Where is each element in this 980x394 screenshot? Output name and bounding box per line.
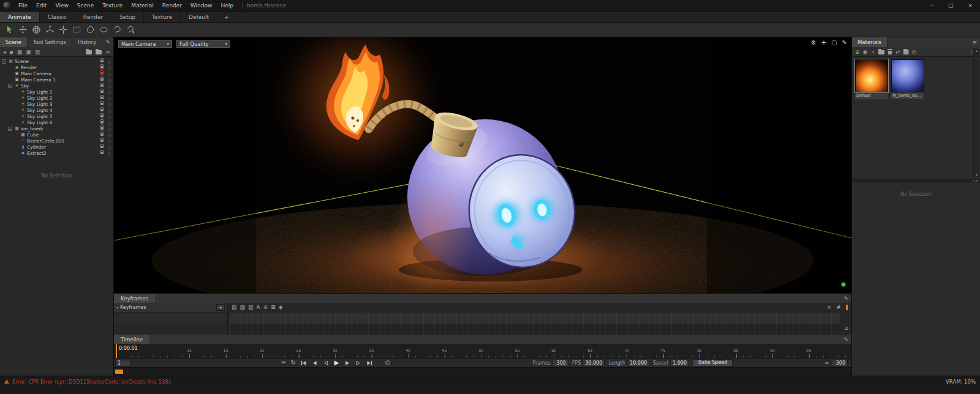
workspace-tab-animate[interactable]: Animate [0,12,40,22]
lock-icon[interactable] [100,127,104,130]
scale-tool-icon[interactable] [43,24,56,36]
quality-select[interactable]: Full Quality ▾ [176,40,230,48]
add-workspace-button[interactable]: + [217,12,236,22]
skip-start-button[interactable] [300,360,307,366]
pick-lasso-icon[interactable] [124,24,137,36]
play-reverse-button[interactable] [322,360,329,366]
tree-row-render[interactable]: ◉Render○ [0,64,113,70]
visibility-icon[interactable]: ○ [108,108,111,113]
home-icon[interactable]: ⌂ [845,325,848,331]
tree-row-cube[interactable]: ■Cube○ [0,132,113,138]
frame-icon[interactable]: ▢ [831,39,837,46]
menu-file[interactable]: File [14,0,32,11]
bake-speed-button[interactable]: Bake Speed [693,359,733,366]
gear-icon[interactable]: ⚙ [811,39,816,46]
visibility-icon[interactable]: ○ [108,133,111,137]
tree-row-sky-light-2[interactable]: ☀Sky Light 2○ [0,95,113,101]
play-button[interactable] [333,360,340,366]
lock-icon[interactable] [100,91,104,93]
tree-row-sky-light-5[interactable]: ☀Sky Light 5○ [0,113,113,119]
tree-row-sky-light-6[interactable]: ☀Sky Light 6○ [0,119,113,125]
skip-end-button[interactable] [366,360,373,366]
keyframes-group-row[interactable]: ▾ Keyframes ▾ [114,303,227,313]
workspace-tab-render[interactable]: Render [75,12,111,22]
scroll-thumb[interactable] [115,370,123,374]
menu-render[interactable]: Render [158,0,186,11]
tree-row-sky-light-1[interactable]: ☀Sky Light 1○ [0,89,113,95]
move-tool-icon[interactable] [17,24,29,36]
panel-edit-icon[interactable]: ✎ [840,336,851,343]
end-frame-input[interactable]: 300 [832,360,848,366]
rotate-tool-icon[interactable] [30,24,42,36]
add-material-icon[interactable]: ⊕ [855,49,860,55]
step-forward-button[interactable] [344,360,351,366]
tab-history[interactable]: History [72,37,102,47]
lock-icon[interactable] [100,115,104,117]
expander-icon[interactable]: − [2,59,6,64]
tree-row-main-camera-1[interactable]: ▣Main Camera 1○ [0,76,113,83]
visibility-icon[interactable]: ○ [108,127,111,131]
lock-icon[interactable] [100,60,104,62]
tab-tool-settings[interactable]: Tool Settings [28,37,72,47]
marquee-select-icon[interactable] [70,24,83,36]
material-thumbnail[interactable] [855,59,888,92]
visibility-icon[interactable]: ○ [108,78,111,82]
tab-scene[interactable]: Scene [0,37,28,47]
fps-input[interactable]: 30.000 [582,360,605,366]
lock-icon[interactable] [100,139,104,142]
current-frame-input[interactable]: 1 [115,360,131,366]
lock-icon[interactable] [100,121,104,124]
lock-icon[interactable] [100,109,104,111]
pin-icon[interactable]: ▪ [10,49,13,55]
chevron-down-icon[interactable]: ▾ [976,179,978,182]
material-thumbnail[interactable] [891,59,924,92]
list-view-icon[interactable]: ≡ [105,49,110,55]
record-icon[interactable] [385,360,390,365]
visibility-icon[interactable]: ○ [108,114,111,119]
panel-edit-icon[interactable]: ✎ [102,37,113,47]
ellipse-select-icon[interactable] [97,24,110,36]
collapse-icon[interactable]: ▾ [116,305,118,310]
viewport[interactable]: Main Camera ▾ Full Quality ▾ ⚙ + ▢ ✎ [114,37,851,293]
materials-divider[interactable]: ▾ ▾ [852,179,980,182]
tree-row-beziercircle-001[interactable]: ◠BezierCircle.001○ [0,138,113,144]
folder-icon[interactable] [878,50,884,54]
bake-keys-icon[interactable]: ◈ [279,304,283,310]
rows-icon[interactable]: ▥ [35,49,40,55]
panel-menu-icon[interactable]: ≡ [969,37,980,47]
timeline-title[interactable]: Timeline [114,335,149,344]
materials-scrollbar[interactable]: ▴ ▾ [973,48,979,177]
target-keys-icon[interactable]: ⊙ [263,304,268,310]
chevron-down-icon[interactable]: ▾ [973,179,975,182]
lock-icon[interactable] [100,146,104,148]
expander-icon[interactable]: − [8,127,12,131]
lock-icon[interactable] [100,133,104,136]
tree-row-scene[interactable]: −▤Scene○ [0,58,113,64]
close-button[interactable]: × [968,2,973,9]
visibility-icon[interactable]: ○ [108,121,111,125]
tree-row-cylinder[interactable]: ▮Cylinder○ [0,144,113,150]
clear-keys-icon[interactable]: × [827,304,832,310]
save-icon[interactable] [903,49,909,54]
lasso-select-icon[interactable] [111,24,123,36]
menu-material[interactable]: Material [127,0,158,11]
workspace-tab-texture[interactable]: Texture [144,12,181,22]
keyframe-track-area[interactable] [230,313,840,324]
material-item-default[interactable]: Default [855,59,888,99]
visibility-icon[interactable]: ○ [108,151,111,155]
visibility-icon[interactable]: ○ [108,139,111,143]
loop-icon[interactable]: ↻ [290,360,295,366]
menu-view[interactable]: View [51,0,73,11]
lock-icon[interactable] [100,84,104,87]
move-panel-icon[interactable]: + [821,39,826,46]
material-item-m-bomb[interactable]: m_bomb_sty... [891,59,924,99]
folder-icon[interactable] [86,50,92,54]
snap-grid-icon[interactable]: # [836,304,841,310]
scroll-down-icon[interactable]: ▾ [976,173,978,177]
visibility-icon[interactable]: ○ [108,102,111,106]
tree-row-sky-light-3[interactable]: ☀Sky Light 3○ [0,101,113,107]
scroll-up-icon[interactable]: ▴ [976,48,978,53]
lock-icon[interactable] [100,72,104,75]
keyframe-track-area[interactable] [230,324,840,335]
length-input[interactable]: 10.000 [627,360,649,366]
